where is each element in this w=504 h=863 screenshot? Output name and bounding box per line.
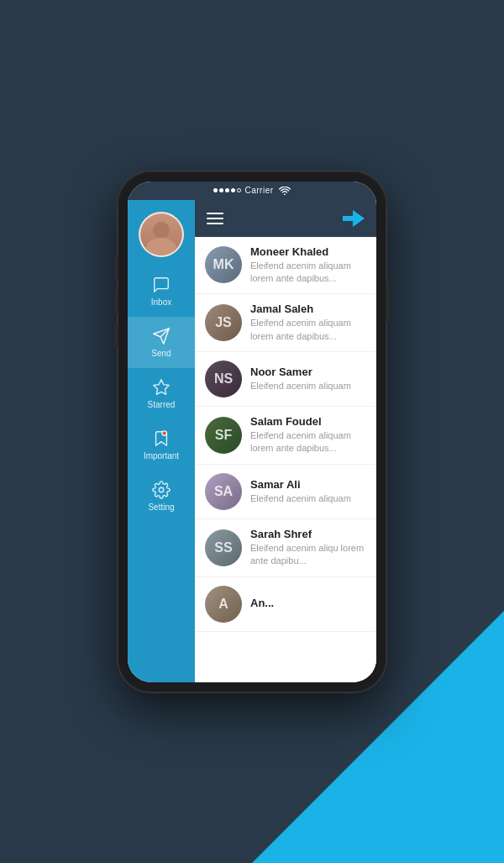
hamburger-line-3 [207,223,223,224]
phone-shell: Carrier [118,171,386,692]
message-item[interactable]: NSNoor SamerEleifend acenim aliquam [195,352,376,407]
sidebar-item-send[interactable]: Send [128,317,195,368]
status-bar: Carrier [128,182,376,200]
send-label: Send [151,349,171,358]
contact-name: Noor Samer [250,366,366,378]
message-preview: Eleifend acenim aliquam lorem ante dapib… [250,317,366,343]
message-info: Sarah ShrefEleifend acenim aliqu lorem a… [250,528,366,568]
carrier-label: Carrier [244,186,273,195]
message-item[interactable]: SSSarah ShrefEleifend acenim aliqu lorem… [195,519,376,577]
message-info: Moneer KhaledEleifend acenim aliquam lor… [250,245,366,286]
avatar-initial: NS [205,360,242,397]
signal-dot-4 [231,188,235,192]
message-info: Salam FoudelEleifend acenim aliquam lore… [250,415,366,455]
avatar-initial: SS [205,529,242,566]
avatar-initial: SA [205,473,242,510]
message-item[interactable]: MKMoneer KhaledEleifend acenim aliquam l… [195,237,376,295]
message-list: MKMoneer KhaledEleifend acenim aliquam l… [195,237,376,682]
signal-dot-3 [225,188,229,192]
contact-avatar: JS [205,304,242,341]
avatar-initial: JS [205,304,242,341]
sidebar-item-important[interactable]: Important [128,419,195,471]
send-icon [152,327,171,345]
hamburger-menu[interactable] [207,213,223,224]
message-preview: Eleifend acenim aliquam lorem ante dapib… [250,429,366,455]
chat-icon [152,276,171,294]
gear-icon [152,481,171,499]
important-label: Important [144,451,179,460]
user-avatar[interactable] [139,212,184,257]
app-logo [341,207,365,230]
contact-name: An... [250,597,366,609]
message-item[interactable]: SFSalam FoudelEleifend acenim aliquam lo… [195,407,376,465]
contact-avatar: NS [205,360,242,397]
contact-name: Samar Ali [250,478,366,491]
message-item[interactable]: AAn... [195,577,376,632]
star-icon [152,378,171,397]
contact-avatar: SF [205,417,242,454]
sidebar: Inbox Send Starred [128,200,195,682]
signal-dot-1 [213,188,218,192]
inbox-label: Inbox [151,297,171,307]
avatar-initial: MK [205,246,242,283]
setting-label: Setting [148,503,174,512]
avatar-initial: SF [205,417,242,454]
hamburger-line-1 [207,213,223,214]
contact-name: Jamal Saleh [250,303,366,315]
starred-label: Starred [148,400,176,409]
avatar-image [140,213,182,255]
message-info: Jamal SalehEleifend acenim aliquam lorem… [250,303,366,343]
contact-name: Moneer Khaled [250,245,366,258]
contact-avatar: SA [205,473,242,510]
main-content: Inbox Send Starred [128,200,376,682]
sidebar-item-setting[interactable]: Setting [128,471,195,522]
phone-screen: Carrier [128,182,376,682]
contact-avatar: MK [205,246,242,283]
signal-dot-5 [237,188,241,192]
sidebar-item-starred[interactable]: Starred [128,368,195,419]
wifi-icon [279,187,291,195]
message-preview: Eleifend acenim aliquam [250,380,366,392]
signal-dots [213,188,241,192]
bookmark-icon [152,429,171,448]
svg-marker-5 [343,210,365,227]
signal-dot-2 [219,188,223,192]
svg-point-4 [159,487,164,492]
message-info: Noor SamerEleifend acenim aliquam [250,366,366,392]
avatar-initial: A [205,586,242,623]
contact-avatar: A [205,586,242,623]
sidebar-item-inbox[interactable]: Inbox [128,266,195,317]
message-info: An... [250,597,366,611]
message-item[interactable]: SASamar AliEleifend acenim aliquam [195,465,376,519]
message-info: Samar AliEleifend acenim aliquam [250,478,366,505]
message-preview: Eleifend acenim aliquam [250,492,366,505]
message-preview: Eleifend acenim aliquam lorem ante dapib… [250,260,366,286]
svg-marker-2 [154,379,169,393]
svg-point-3 [162,430,167,435]
right-panel: MKMoneer KhaledEleifend acenim aliquam l… [195,200,376,682]
contact-name: Sarah Shref [250,528,366,540]
contact-avatar: SS [205,529,242,566]
status-bar-content: Carrier [213,186,290,195]
message-item[interactable]: JSJamal SalehEleifend acenim aliquam lor… [195,294,376,352]
app-header [195,200,376,237]
hamburger-line-2 [207,218,223,219]
contact-name: Salam Foudel [250,415,366,428]
message-preview: Eleifend acenim aliqu lorem ante dapibu.… [250,542,366,568]
